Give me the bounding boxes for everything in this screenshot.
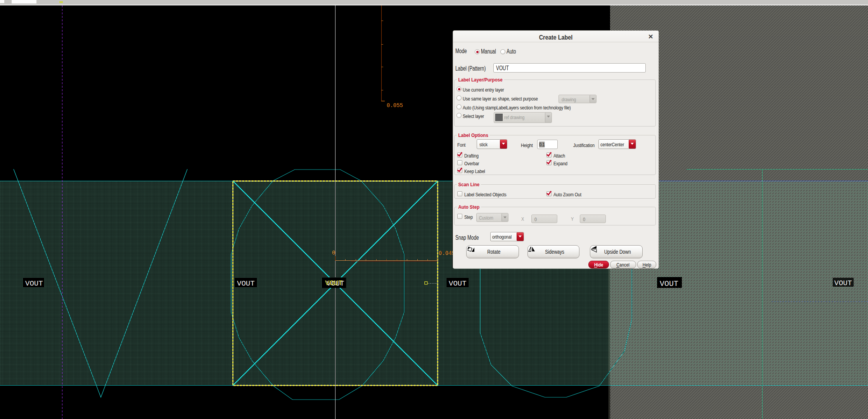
- svg-text:VOUT: VOUT: [449, 279, 467, 288]
- svg-text:0.045: 0.045: [439, 250, 455, 256]
- svg-text:0: 0: [332, 250, 335, 256]
- svg-text:VOUT: VOUT: [237, 279, 255, 288]
- svg-text:VOUT: VOUT: [325, 279, 343, 287]
- svg-text:0.055: 0.055: [387, 102, 403, 109]
- svg-text:VOUT: VOUT: [834, 279, 852, 287]
- svg-text:VOUT: VOUT: [25, 279, 43, 288]
- svg-text:VOUT: VOUT: [660, 279, 678, 288]
